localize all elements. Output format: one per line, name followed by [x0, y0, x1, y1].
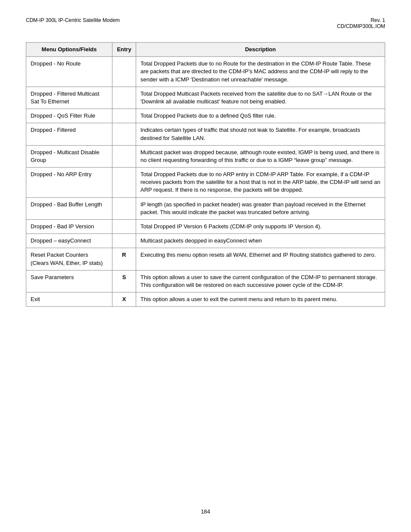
table-row: Dropped - No RouteTotal Dropped Packets …	[26, 57, 385, 87]
table-row: Reset Packet Counters (Clears WAN, Ether…	[26, 248, 385, 270]
cell-desc: Total Dropped IP Version 6 Packets (CDM-…	[136, 220, 385, 234]
cell-entry: R	[112, 248, 136, 270]
cell-menu: Dropped - Filtered	[26, 123, 112, 145]
cell-entry	[112, 109, 136, 123]
header-rev: Rev. 1	[337, 17, 385, 23]
cell-menu: Dropped - Bad IP Version	[26, 220, 112, 234]
page-number: 184	[201, 508, 210, 515]
cell-entry	[112, 145, 136, 167]
cell-entry	[112, 87, 136, 109]
cell-desc: Total Dropped Packets due to no ARP entr…	[136, 168, 385, 198]
cell-desc: Multicast packet was dropped because, al…	[136, 145, 385, 167]
table-row: Dropped - FilteredIndicates certain type…	[26, 123, 385, 145]
col-header-desc: Description	[136, 43, 385, 57]
header-right: Rev. 1 CD/CDMIP300L.IOM	[337, 17, 385, 29]
cell-menu: Dropped - Bad Buffer Length	[26, 197, 112, 219]
cell-entry	[112, 234, 136, 248]
cell-desc: Executing this menu option resets all WA…	[136, 248, 385, 270]
cell-menu: Dropped - Filtered Multicast Sat To Ethe…	[26, 87, 112, 109]
cell-entry	[112, 123, 136, 145]
table-row: Dropped - Filtered Multicast Sat To Ethe…	[26, 87, 385, 109]
cell-menu: Exit	[26, 292, 112, 307]
cell-desc: IP length (as specified in packet header…	[136, 197, 385, 219]
table-row: Dropped - QoS Filter RuleTotal Dropped P…	[26, 109, 385, 123]
cell-desc: This option allows a user to exit the cu…	[136, 292, 385, 307]
table-row: Dropped - Bad IP VersionTotal Dropped IP…	[26, 220, 385, 234]
cell-desc: Total Dropped Multicast Packets received…	[136, 87, 385, 109]
cell-entry	[112, 197, 136, 219]
cell-entry	[112, 220, 136, 234]
cell-desc: Total Dropped Packets due to a defined Q…	[136, 109, 385, 123]
cell-entry	[112, 57, 136, 87]
cell-desc: Indicates certain types of traffic that …	[136, 123, 385, 145]
cell-entry	[112, 168, 136, 198]
table-row: ExitXThis option allows a user to exit t…	[26, 292, 385, 307]
options-table: Menu Options/Fields Entry Description Dr…	[26, 42, 385, 307]
cell-menu: Dropped - No Route	[26, 57, 112, 87]
cell-entry: X	[112, 292, 136, 307]
table-row: Dropped – easyConnectMulticast packets d…	[26, 234, 385, 248]
table-row: Dropped - Bad Buffer LengthIP length (as…	[26, 197, 385, 219]
cell-menu: Dropped - No ARP Entry	[26, 168, 112, 198]
cell-desc: Total Dropped Packets due to no Route fo…	[136, 57, 385, 87]
page-header: CDM-IP 300L IP-Centric Satellite Modem R…	[26, 17, 385, 29]
col-header-menu: Menu Options/Fields	[26, 43, 112, 57]
cell-desc: This option allows a user to save the cu…	[136, 270, 385, 292]
cell-entry: S	[112, 270, 136, 292]
table-row: Dropped - Multicast Disable GroupMultica…	[26, 145, 385, 167]
col-header-entry: Entry	[112, 43, 136, 57]
cell-menu: Save Parameters	[26, 270, 112, 292]
cell-menu: Reset Packet Counters (Clears WAN, Ether…	[26, 248, 112, 270]
table-row: Save ParametersSThis option allows a use…	[26, 270, 385, 292]
cell-menu: Dropped - QoS Filter Rule	[26, 109, 112, 123]
table-row: Dropped - No ARP EntryTotal Dropped Pack…	[26, 168, 385, 198]
cell-menu: Dropped - Multicast Disable Group	[26, 145, 112, 167]
header-doc: CD/CDMIP300L.IOM	[337, 23, 385, 29]
header-left: CDM-IP 300L IP-Centric Satellite Modem	[26, 17, 120, 23]
table-header-row: Menu Options/Fields Entry Description	[26, 43, 385, 57]
page-footer: 184	[0, 508, 411, 515]
cell-desc: Multicast packets deopped in easyConnect…	[136, 234, 385, 248]
cell-menu: Dropped – easyConnect	[26, 234, 112, 248]
